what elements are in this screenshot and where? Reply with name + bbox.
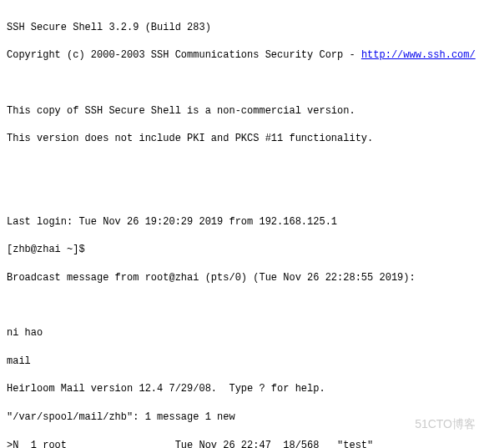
terminal-output[interactable]: SSH Secure Shell 3.2.9 (Build 283) Copyr…	[7, 7, 477, 448]
ssh-url-link[interactable]: http://www.ssh.com/	[361, 49, 476, 61]
notice-line-2: This version does not include PKI and PK…	[7, 132, 477, 146]
blank-line	[7, 160, 477, 174]
mail-spool-info: "/var/spool/mail/zhb": 1 message 1 new	[7, 410, 477, 425]
broadcast-body: ni hao	[7, 326, 477, 340]
mail-list-item: >N 1 root Tue Nov 26 22:47 18/568 "test"	[7, 439, 477, 448]
blank-line	[7, 299, 477, 312]
blank-line	[7, 188, 477, 201]
mail-command: mail	[7, 355, 477, 369]
broadcast-message: Broadcast message from root@zhai (pts/0)…	[7, 271, 477, 285]
shell-prompt: [zhb@zhai ~]$	[7, 243, 477, 257]
mail-version: Heirloom Mail version 12.4 7/29/08. Type…	[7, 382, 477, 396]
notice-line-1: This copy of SSH Secure Shell is a non-c…	[7, 104, 477, 118]
last-login: Last login: Tue Nov 26 19:20:29 2019 fro…	[7, 215, 477, 229]
ssh-version: SSH Secure Shell 3.2.9 (Build 283)	[7, 21, 477, 35]
copyright-line: Copyright (c) 2000-2003 SSH Communicatio…	[7, 48, 477, 63]
copyright-text: Copyright (c) 2000-2003 SSH Communicatio…	[7, 49, 361, 61]
blank-line	[7, 77, 477, 90]
